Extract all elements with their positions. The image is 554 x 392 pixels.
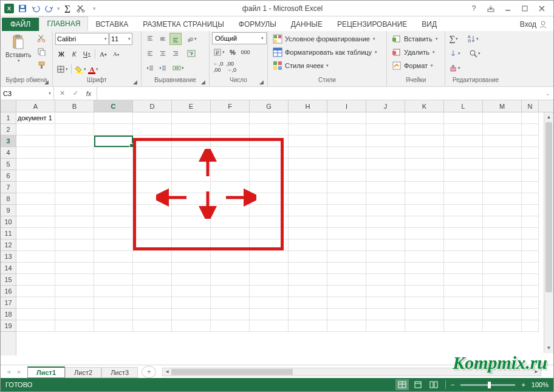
cell[interactable] (405, 286, 444, 297)
underline-button[interactable]: Ч▾ (81, 48, 93, 60)
cell[interactable] (483, 182, 522, 193)
cell[interactable] (55, 228, 94, 239)
cell[interactable] (172, 263, 211, 274)
cell[interactable] (522, 297, 539, 309)
cell[interactable] (250, 124, 289, 136)
row-header[interactable]: 2 (1, 124, 16, 136)
row-header[interactable]: 12 (1, 239, 16, 251)
cell[interactable] (522, 228, 539, 239)
cell[interactable] (133, 193, 172, 205)
cell[interactable] (16, 286, 55, 297)
cell[interactable] (172, 297, 211, 309)
cell[interactable] (483, 216, 522, 228)
cell[interactable] (133, 239, 172, 251)
column-header[interactable]: F (211, 100, 250, 112)
cell[interactable] (522, 112, 539, 124)
qat-customize-icon[interactable]: ▾ (88, 2, 100, 15)
row-header[interactable]: 3 (1, 136, 16, 147)
cell[interactable] (366, 286, 405, 297)
cell[interactable] (16, 147, 55, 159)
new-sheet-button[interactable]: + (142, 366, 156, 378)
align-left-icon[interactable] (144, 47, 156, 60)
cell[interactable] (366, 239, 405, 251)
cell[interactable] (94, 170, 133, 182)
cell[interactable] (55, 124, 94, 136)
cell[interactable] (16, 136, 55, 147)
cell[interactable] (94, 297, 133, 309)
cell[interactable] (211, 297, 250, 309)
cell[interactable] (250, 228, 289, 239)
cell[interactable] (522, 263, 539, 274)
cell[interactable] (211, 136, 250, 147)
cell[interactable] (405, 170, 444, 182)
cell[interactable] (55, 239, 94, 251)
format-as-table-button[interactable]: Форматировать как таблицу▾ (270, 46, 380, 59)
cell[interactable] (522, 274, 539, 286)
cell[interactable] (522, 193, 539, 205)
cell[interactable] (483, 251, 522, 263)
cell[interactable] (211, 170, 250, 182)
cell[interactable] (444, 263, 483, 274)
cell[interactable] (289, 286, 327, 297)
cell[interactable] (405, 251, 444, 263)
cell[interactable] (522, 320, 539, 332)
cell[interactable] (172, 274, 211, 286)
cell[interactable] (366, 251, 405, 263)
hscrollbar-thumb[interactable] (171, 369, 293, 375)
cell[interactable] (444, 309, 483, 320)
cell[interactable] (289, 147, 327, 159)
cell[interactable] (55, 263, 94, 274)
sort-filter-icon[interactable]: AЯ▾ (466, 33, 480, 45)
cell[interactable] (250, 159, 289, 170)
zoom-in-icon[interactable]: + (521, 381, 525, 388)
cell[interactable] (55, 147, 94, 159)
cell[interactable] (211, 112, 250, 124)
cell[interactable] (133, 136, 172, 147)
maximize-icon[interactable] (518, 3, 532, 14)
cell[interactable] (289, 159, 327, 170)
launcher-icon[interactable]: ◢ (43, 79, 50, 86)
cell[interactable] (250, 170, 289, 182)
cell[interactable] (55, 136, 94, 147)
cell[interactable] (366, 228, 405, 239)
cell[interactable] (444, 124, 483, 136)
cell[interactable] (483, 274, 522, 286)
align-bottom-icon[interactable] (169, 33, 182, 45)
cell[interactable] (289, 216, 327, 228)
cell[interactable] (16, 228, 55, 239)
cell[interactable] (289, 124, 327, 136)
sheet-nav-next-icon[interactable]: ► (15, 368, 24, 376)
cell[interactable] (327, 274, 366, 286)
column-header[interactable]: D (133, 100, 172, 112)
column-header[interactable]: N (522, 100, 539, 112)
cell[interactable] (250, 205, 289, 216)
cell[interactable] (94, 228, 133, 239)
sheet-tab-2[interactable]: Лист2 (65, 367, 101, 378)
cell[interactable] (133, 251, 172, 263)
cell[interactable] (444, 286, 483, 297)
cell[interactable] (211, 159, 250, 170)
redo-icon[interactable] (43, 2, 55, 15)
tab-home[interactable]: ГЛАВНАЯ (39, 16, 88, 31)
cell[interactable] (211, 309, 250, 320)
cell[interactable] (405, 320, 444, 332)
cell[interactable] (483, 193, 522, 205)
cell[interactable] (133, 182, 172, 193)
enter-formula-icon[interactable]: ✓ (70, 88, 81, 99)
tab-page-layout[interactable]: РАЗМЕТКА СТРАНИЦЫ (135, 18, 231, 31)
cell[interactable] (172, 159, 211, 170)
cell[interactable] (483, 159, 522, 170)
cell[interactable] (211, 228, 250, 239)
save-icon[interactable] (16, 2, 29, 15)
tab-file[interactable]: ФАЙЛ (2, 18, 39, 31)
increase-indent-icon[interactable] (157, 62, 169, 74)
horizontal-scrollbar[interactable]: ◄ ► (162, 368, 541, 376)
cell[interactable] (94, 309, 133, 320)
cell[interactable] (483, 112, 522, 124)
cell[interactable] (172, 216, 211, 228)
cell[interactable] (16, 124, 55, 136)
column-header[interactable]: K (405, 100, 444, 112)
grow-font-icon[interactable]: A▴ (97, 48, 109, 60)
cell[interactable] (172, 205, 211, 216)
cell[interactable] (94, 147, 133, 159)
